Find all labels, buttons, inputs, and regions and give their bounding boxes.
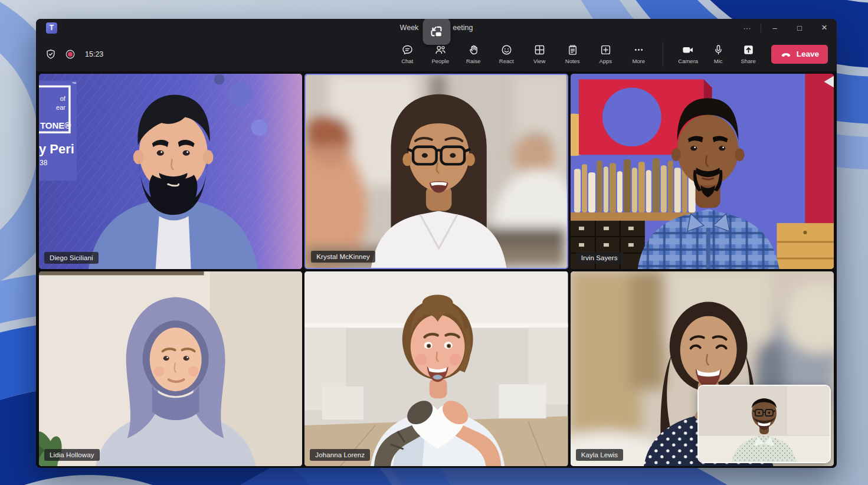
video-tile-johanna-lorenz[interactable]: Johanna Lorenz: [304, 271, 568, 467]
pip-overlay-button[interactable]: [422, 19, 450, 45]
notes-button[interactable]: Notes: [558, 44, 587, 64]
participant-name-tag: Irvin Sayers: [576, 252, 623, 264]
view-grid-icon: [533, 44, 546, 56]
avatar-video-lidia: [39, 271, 302, 467]
participant-name-tag: Johanna Lorenz: [310, 449, 370, 461]
video-tile-krystal-mckinney[interactable]: Krystal McKinney: [304, 74, 568, 269]
svg-text:TONE®: TONE®: [40, 120, 71, 130]
pantone-poster: ™ of ear TONE® y Peri 38: [39, 80, 77, 181]
window-controls-divider: [761, 24, 761, 32]
chat-label: Chat: [401, 58, 413, 64]
share-label: Share: [741, 58, 756, 64]
window-controls: ··· – □ ×: [735, 19, 837, 37]
meeting-timer: 15:23: [85, 50, 103, 58]
pip-icon: [429, 24, 444, 40]
people-label: People: [431, 58, 449, 64]
video-tile-lidia-holloway[interactable]: Lidia Holloway: [39, 271, 302, 467]
react-label: React: [499, 58, 514, 64]
self-view-pip[interactable]: [697, 385, 831, 463]
avatar-video-irvin: [571, 74, 834, 269]
svg-text:38: 38: [40, 159, 48, 167]
people-icon: [434, 44, 447, 56]
camera-label: Camera: [678, 58, 698, 64]
window-close-button[interactable]: ×: [812, 19, 837, 37]
people-button[interactable]: People: [426, 44, 455, 64]
toolbar-divider: [663, 42, 663, 67]
mic-icon: [712, 44, 725, 56]
window-minimize-button[interactable]: –: [762, 19, 787, 37]
raise-hand-icon: [467, 44, 480, 56]
share-button[interactable]: Share: [734, 44, 763, 64]
toolbar-main-buttons: Chat People Raise: [393, 44, 653, 64]
participant-name-tag: Lidia Holloway: [44, 449, 100, 461]
apps-plus-icon: [600, 44, 612, 56]
view-button[interactable]: View: [525, 44, 554, 64]
camera-button[interactable]: Camera: [674, 44, 703, 64]
window-title-left: Week: [400, 24, 419, 32]
mic-label: Mic: [714, 58, 723, 64]
svg-text:™: ™: [72, 81, 76, 86]
svg-text:ear: ear: [56, 104, 65, 111]
participant-name-tag: Kayla Lewis: [576, 449, 623, 461]
video-grid: ™ of ear TONE® y Peri 38: [36, 71, 837, 468]
chat-icon: [401, 44, 414, 56]
mic-button[interactable]: Mic: [704, 44, 733, 64]
security-shield-icon[interactable]: [45, 48, 57, 60]
notes-label: Notes: [565, 58, 580, 64]
more-label: More: [632, 58, 645, 64]
react-smiley-icon: [500, 44, 513, 56]
apps-label: Apps: [599, 58, 612, 64]
camera-icon: [682, 44, 695, 56]
share-icon: [742, 44, 755, 56]
teams-meeting-window: T Week eeting ··· – □ ×: [36, 19, 837, 468]
recording-indicator-icon: [64, 48, 76, 60]
leave-phone-icon: [780, 48, 792, 60]
camera-video-krystal: [306, 75, 566, 268]
more-dots-icon: [633, 44, 645, 56]
video-tile-irvin-sayers[interactable]: Irvin Sayers: [571, 74, 834, 269]
participant-name-tag: Diego Siciliani: [44, 252, 99, 264]
leave-label: Leave: [797, 50, 819, 58]
notes-icon: [566, 44, 579, 56]
avatar-video-johanna: [304, 271, 568, 467]
react-button[interactable]: React: [492, 44, 521, 64]
leave-button[interactable]: Leave: [771, 45, 828, 64]
video-tile-diego-siciliani[interactable]: ™ of ear TONE® y Peri 38: [39, 74, 302, 269]
view-label: View: [533, 58, 545, 64]
more-button[interactable]: More: [624, 44, 653, 64]
apps-button[interactable]: Apps: [591, 44, 620, 64]
svg-text:y Peri: y Peri: [39, 142, 74, 156]
window-more-button[interactable]: ···: [735, 19, 759, 37]
toolbar-device-buttons: Camera Mic Share: [674, 44, 763, 64]
participant-name-tag: Krystal McKinney: [311, 251, 375, 263]
chat-button[interactable]: Chat: [393, 44, 422, 64]
svg-text:of: of: [60, 95, 66, 102]
avatar-video-diego: ™ of ear TONE® y Peri 38: [39, 74, 302, 269]
meeting-status: 15:23: [45, 48, 103, 60]
raise-label: Raise: [466, 58, 480, 64]
raise-hand-button[interactable]: Raise: [459, 44, 488, 64]
window-maximize-button[interactable]: □: [787, 19, 812, 37]
window-title-right: eeting: [453, 24, 473, 32]
self-view-video: [699, 386, 830, 462]
teams-logo-icon: T: [46, 22, 57, 34]
floating-sphere: [228, 82, 253, 107]
video-tile-kayla-lewis[interactable]: Kayla Lewis: [571, 271, 834, 467]
